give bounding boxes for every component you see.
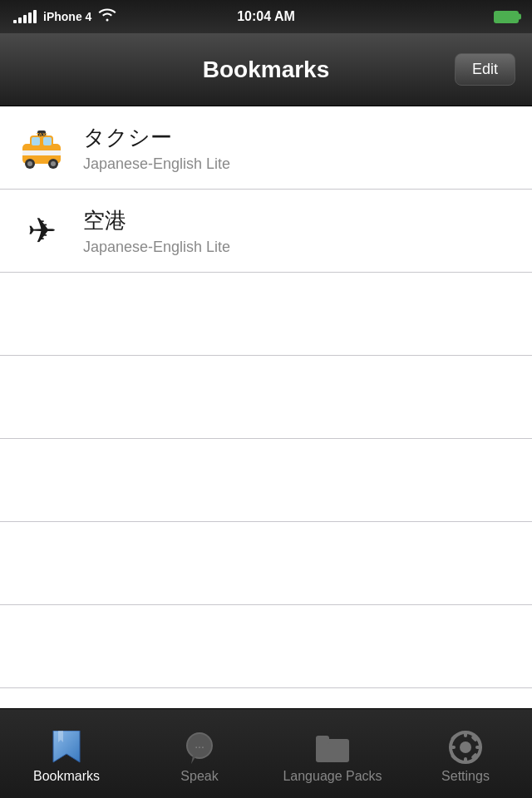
item-text-taxi: タクシー Japanese-English Lite <box>83 123 230 173</box>
tab-settings[interactable]: Settings <box>399 709 532 798</box>
tab-bookmarks[interactable]: Bookmarks <box>0 709 133 798</box>
tab-bar: Bookmarks ··· Speak Language Packs <box>0 708 532 798</box>
empty-row <box>0 356 532 439</box>
item-subtitle-taxi: Japanese-English Lite <box>83 155 230 173</box>
svg-rect-5 <box>43 137 52 145</box>
svg-marker-13 <box>53 731 80 762</box>
empty-row <box>0 605 532 688</box>
item-title-taxi: タクシー <box>83 123 230 152</box>
language-packs-tab-icon <box>316 731 349 764</box>
status-time: 10:04 AM <box>237 9 295 24</box>
signal-bars-icon <box>13 10 37 23</box>
edit-button[interactable]: Edit <box>455 53 515 86</box>
list-item[interactable]: TAXI タクシー Japanese-English Lite <box>0 106 532 190</box>
battery-container <box>494 11 519 23</box>
bookmarks-tab-icon <box>50 731 83 764</box>
speak-tab-icon: ··· <box>183 731 216 764</box>
svg-rect-23 <box>464 731 467 737</box>
status-left: iPhone 4 <box>13 8 116 25</box>
navigation-bar: Bookmarks Edit <box>0 33 532 106</box>
svg-rect-3 <box>22 150 61 155</box>
list-item[interactable]: ✈ 空港 Japanese-English Lite <box>0 190 532 273</box>
svg-rect-20 <box>316 736 329 744</box>
empty-row <box>0 439 532 522</box>
tab-language-packs[interactable]: Language Packs <box>266 709 399 798</box>
tab-language-packs-label: Language Packs <box>283 769 382 784</box>
item-subtitle-airport: Japanese-English Lite <box>83 239 230 256</box>
settings-tab-icon <box>449 731 482 764</box>
svg-rect-26 <box>475 746 482 749</box>
svg-point-7 <box>27 161 32 166</box>
svg-point-9 <box>51 161 56 166</box>
svg-text:✈: ✈ <box>27 211 57 250</box>
battery-icon <box>494 11 519 23</box>
item-title-airport: 空港 <box>83 206 230 235</box>
svg-text:···: ··· <box>195 740 204 753</box>
nav-title: Bookmarks <box>203 57 330 83</box>
item-text-airport: 空港 Japanese-English Lite <box>83 206 230 256</box>
svg-rect-25 <box>449 746 456 749</box>
tab-speak[interactable]: ··· Speak <box>133 709 266 798</box>
svg-point-22 <box>460 741 471 753</box>
taxi-icon: TAXI <box>17 123 66 173</box>
svg-rect-24 <box>464 757 467 764</box>
carrier-label: iPhone 4 <box>43 10 91 23</box>
tab-settings-label: Settings <box>441 769 490 784</box>
status-bar: iPhone 4 10:04 AM <box>0 0 532 33</box>
tab-speak-label: Speak <box>180 769 218 784</box>
wifi-icon <box>98 8 116 25</box>
empty-row <box>0 273 532 356</box>
svg-rect-4 <box>32 137 40 145</box>
tab-bookmarks-label: Bookmarks <box>33 769 100 784</box>
bookmarks-list: TAXI タクシー Japanese-English Lite ✈ 空港 Jap… <box>0 106 532 798</box>
taxi-svg-icon: TAXI <box>19 126 64 170</box>
svg-text:TAXI: TAXI <box>36 132 47 137</box>
airplane-icon: ✈ <box>17 206 66 256</box>
airplane-svg-icon: ✈ <box>22 211 62 251</box>
empty-row <box>0 522 532 605</box>
